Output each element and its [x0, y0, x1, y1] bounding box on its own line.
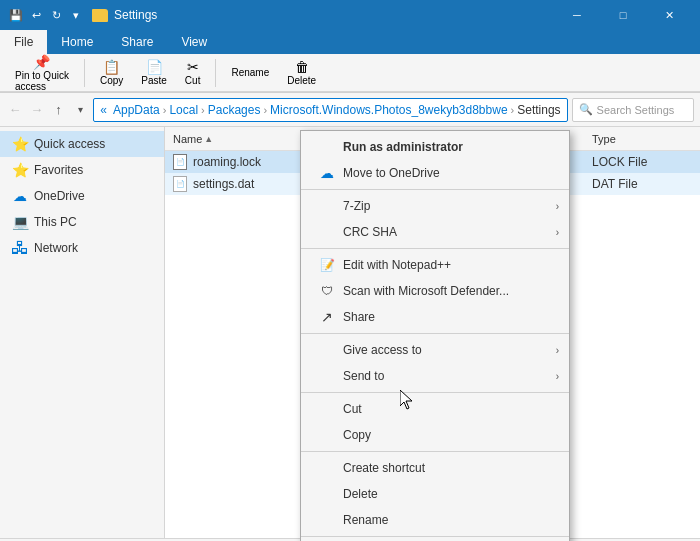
tab-view[interactable]: View [167, 30, 221, 54]
path-part-settings[interactable]: Settings [517, 103, 560, 117]
ctx-share-icon: ↗ [317, 309, 337, 325]
ctx-crc-arrow: › [556, 227, 559, 238]
sidebar-label-onedrive: OneDrive [34, 189, 85, 203]
ctx-notepad-label: Edit with Notepad++ [343, 258, 451, 272]
ctx-give-access[interactable]: Give access to › [301, 337, 569, 363]
window-controls: ─ □ ✕ [554, 0, 692, 30]
maximize-button[interactable]: □ [600, 0, 646, 30]
ribbon-paste-button[interactable]: 📄 Paste [134, 55, 174, 90]
onedrive-icon: ☁ [12, 188, 28, 204]
ctx-send-to-icon [317, 368, 337, 384]
address-bar: ← → ↑ ▾ « AppData › Local › Packages › M… [0, 93, 700, 127]
lock-file-icon: 📄 [173, 154, 187, 170]
undo-icon[interactable]: ↩ [28, 7, 44, 23]
sidebar-label-favorites: Favorites [34, 163, 83, 177]
ctx-send-to[interactable]: Send to › [301, 363, 569, 389]
up-button[interactable]: ↑ [50, 98, 68, 122]
search-box[interactable]: 🔍 Search Settings [572, 98, 694, 122]
ctx-rename-icon [317, 512, 337, 528]
folder-icon [92, 9, 108, 22]
search-placeholder: Search Settings [597, 104, 675, 116]
close-button[interactable]: ✕ [646, 0, 692, 30]
pin-icon: 📌 [33, 54, 50, 70]
ctx-cut[interactable]: Cut [301, 396, 569, 422]
ribbon-rename-button[interactable]: Rename [224, 63, 276, 82]
ctx-sep-2 [301, 248, 569, 249]
search-icon: 🔍 [579, 103, 593, 116]
ctx-onedrive-label: Move to OneDrive [343, 166, 440, 180]
ctx-move-onedrive[interactable]: ☁ Move to OneDrive [301, 160, 569, 186]
ctx-7zip-label: 7-Zip [343, 199, 370, 213]
sidebar-item-this-pc[interactable]: 💻 This PC [0, 209, 164, 235]
ctx-copy[interactable]: Copy [301, 422, 569, 448]
sidebar-item-favorites[interactable]: ⭐ Favorites [0, 157, 164, 183]
ctx-delete[interactable]: Delete [301, 481, 569, 507]
path-sep-5: › [511, 104, 515, 116]
ctx-shortcut-icon [317, 460, 337, 476]
ribbon-separator-2 [215, 59, 216, 87]
sidebar-item-onedrive[interactable]: ☁ OneDrive [0, 183, 164, 209]
ctx-cut-label: Cut [343, 402, 362, 416]
copy-icon: 📋 [103, 59, 120, 75]
ctx-create-shortcut[interactable]: Create shortcut [301, 455, 569, 481]
ctx-crc-sha[interactable]: CRC SHA › [301, 219, 569, 245]
title-bar: 💾 ↩ ↻ ▾ Settings ─ □ ✕ [0, 0, 700, 30]
sidebar-item-network[interactable]: 🖧 Network [0, 235, 164, 261]
ctx-sep-4 [301, 392, 569, 393]
path-sep-4: › [263, 104, 267, 116]
path-sep-2: › [163, 104, 167, 116]
forward-button[interactable]: → [28, 98, 46, 122]
address-path[interactable]: « AppData › Local › Packages › Microsoft… [93, 98, 567, 122]
ctx-scan-defender[interactable]: 🛡 Scan with Microsoft Defender... [301, 278, 569, 304]
ribbon: File Home Share View 📌 Pin to Quickacces… [0, 30, 700, 93]
delete-label: Delete [287, 75, 316, 86]
sort-arrow: ▲ [204, 134, 213, 144]
recent-locations-button[interactable]: ▾ [71, 98, 89, 122]
ctx-delete-icon [317, 486, 337, 502]
ctx-rename-label: Rename [343, 513, 388, 527]
tab-share[interactable]: Share [107, 30, 167, 54]
ctx-edit-notepad[interactable]: 📝 Edit with Notepad++ [301, 252, 569, 278]
ctx-sep-1 [301, 189, 569, 190]
path-part-appdata[interactable]: AppData [113, 103, 160, 117]
copy-label: Copy [100, 75, 123, 86]
ribbon-cut-button[interactable]: ✂ Cut [178, 55, 208, 90]
ctx-7zip-icon [317, 198, 337, 214]
paste-label: Paste [141, 75, 167, 86]
dropdown-icon[interactable]: ▾ [68, 7, 84, 23]
ctx-7zip[interactable]: 7-Zip › [301, 193, 569, 219]
ctx-give-access-arrow: › [556, 345, 559, 356]
ctx-rename[interactable]: Rename [301, 507, 569, 533]
ctx-crc-icon [317, 224, 337, 240]
sidebar-label-quick-access: Quick access [34, 137, 105, 151]
ribbon-copy-button[interactable]: 📋 Copy [93, 55, 130, 90]
ribbon-separator-1 [84, 59, 85, 87]
ctx-share[interactable]: ↗ Share [301, 304, 569, 330]
path-part-photos[interactable]: Microsoft.Windows.Photos_8wekyb3d8bbwe [270, 103, 507, 117]
col-header-type[interactable]: Type [592, 133, 692, 145]
col-name-label: Name [173, 133, 202, 145]
cut-label: Cut [185, 75, 201, 86]
ctx-7zip-arrow: › [556, 201, 559, 212]
back-button[interactable]: ← [6, 98, 24, 122]
sidebar-item-quick-access[interactable]: ⭐ Quick access [0, 131, 164, 157]
ctx-send-to-arrow: › [556, 371, 559, 382]
dat-file-icon: 📄 [173, 176, 187, 192]
save-icon[interactable]: 💾 [8, 7, 24, 23]
cut-icon: ✂ [187, 59, 199, 75]
redo-icon[interactable]: ↻ [48, 7, 64, 23]
path-part-local[interactable]: Local [169, 103, 198, 117]
ribbon-delete-button[interactable]: 🗑 Delete [280, 55, 323, 90]
ctx-run-as-admin[interactable]: Run as administrator [301, 134, 569, 160]
favorites-icon: ⭐ [12, 162, 28, 178]
ctx-send-to-label: Send to [343, 369, 384, 383]
delete-icon: 🗑 [295, 59, 309, 75]
pin-label: Pin to Quickaccess [15, 70, 69, 92]
minimize-button[interactable]: ─ [554, 0, 600, 30]
ctx-crc-label: CRC SHA [343, 225, 397, 239]
this-pc-icon: 💻 [12, 214, 28, 230]
ribbon-pin-button[interactable]: 📌 Pin to Quickaccess [8, 50, 76, 96]
quick-access-icon: ⭐ [12, 136, 28, 152]
file-type-2: DAT File [592, 177, 692, 191]
path-part-packages[interactable]: Packages [208, 103, 261, 117]
